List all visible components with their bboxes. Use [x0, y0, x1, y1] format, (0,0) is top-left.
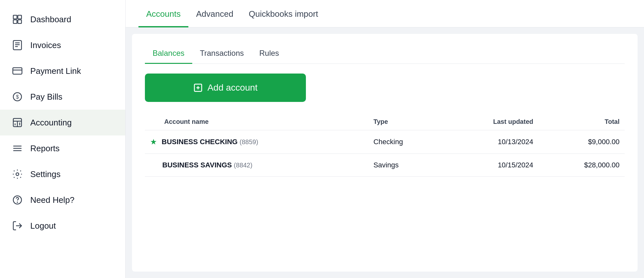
accounts-table: Account name Type Last updated Total ★ B… — [145, 114, 625, 177]
sidebar: Dashboard Invoices Payment Link $ — [0, 0, 126, 278]
account-type-2: Savings — [368, 154, 443, 177]
account-name-cell-1: ★ BUSINESS CHECKING (8859) — [145, 130, 368, 154]
account-total-2: $28,000.00 — [538, 154, 625, 177]
sidebar-item-reports[interactable]: Reports — [0, 135, 125, 161]
sidebar-item-label-pay-bills: Pay Bills — [30, 92, 62, 102]
top-tabs: Accounts Advanced Quickbooks import — [126, 0, 644, 27]
invoices-icon — [12, 39, 23, 51]
account-total-1: $9,000.00 — [538, 130, 625, 154]
settings-icon — [12, 168, 23, 180]
sidebar-item-need-help[interactable]: Need Help? — [0, 187, 125, 213]
sidebar-item-label-logout: Logout — [30, 221, 56, 231]
account-name-2: BUSINESS SAVINGS (8842) — [162, 161, 252, 169]
svg-rect-3 — [18, 20, 21, 23]
sub-tab-balances[interactable]: Balances — [145, 44, 192, 64]
sidebar-item-accounting[interactable]: Accounting — [0, 110, 125, 135]
sidebar-item-label-payment-link: Payment Link — [30, 66, 81, 76]
col-header-total: Total — [538, 114, 625, 130]
dashboard-icon — [12, 14, 23, 25]
help-icon — [12, 194, 23, 206]
svg-text:$: $ — [16, 94, 19, 100]
table-row[interactable]: BUSINESS SAVINGS (8842) Savings 10/15/20… — [145, 154, 625, 177]
tab-advanced[interactable]: Advanced — [188, 0, 241, 27]
svg-point-20 — [16, 173, 19, 176]
star-icon-1[interactable]: ★ — [150, 137, 157, 146]
svg-rect-8 — [13, 68, 22, 74]
svg-point-22 — [17, 202, 17, 202]
svg-rect-1 — [18, 15, 21, 19]
accounting-icon — [12, 117, 23, 128]
tab-quickbooks-import[interactable]: Quickbooks import — [241, 0, 326, 27]
svg-rect-2 — [13, 20, 17, 23]
account-type-1: Checking — [368, 130, 443, 154]
pay-bills-icon: $ — [12, 91, 23, 103]
sidebar-item-pay-bills[interactable]: $ Pay Bills — [0, 84, 125, 110]
svg-rect-4 — [13, 41, 22, 50]
col-header-type: Type — [368, 114, 443, 130]
sidebar-item-payment-link[interactable]: Payment Link — [0, 58, 125, 84]
main-content: Accounts Advanced Quickbooks import Bala… — [126, 0, 644, 278]
svg-rect-0 — [13, 15, 17, 19]
add-account-label: Add account — [207, 83, 258, 93]
account-name-1: BUSINESS CHECKING (8859) — [162, 138, 258, 146]
tab-accounts[interactable]: Accounts — [138, 0, 188, 27]
account-number-1: (8859) — [240, 138, 258, 145]
col-header-account-name: Account name — [145, 114, 368, 130]
account-name-cell-2: BUSINESS SAVINGS (8842) — [145, 154, 368, 177]
sidebar-item-settings[interactable]: Settings — [0, 161, 125, 187]
sidebar-item-label-invoices: Invoices — [30, 40, 61, 50]
sidebar-item-label-dashboard: Dashboard — [30, 15, 71, 25]
sidebar-item-logout[interactable]: Logout — [0, 213, 125, 239]
add-account-icon — [193, 83, 203, 93]
add-account-button[interactable]: Add account — [145, 74, 306, 102]
col-header-last-updated: Last updated — [443, 114, 538, 130]
sub-tab-transactions[interactable]: Transactions — [192, 44, 252, 64]
sidebar-item-dashboard[interactable]: Dashboard — [0, 6, 125, 32]
sub-tabs: Balances Transactions Rules — [145, 44, 625, 64]
table-row[interactable]: ★ BUSINESS CHECKING (8859) Checking 10/1… — [145, 130, 625, 154]
sidebar-item-invoices[interactable]: Invoices — [0, 32, 125, 58]
content-area: Balances Transactions Rules Add account … — [132, 34, 638, 272]
sub-tab-rules[interactable]: Rules — [251, 44, 287, 64]
sidebar-item-label-settings: Settings — [30, 169, 61, 179]
payment-link-icon — [12, 65, 23, 77]
logout-icon — [12, 220, 23, 232]
account-last-updated-1: 10/13/2024 — [443, 130, 538, 154]
account-last-updated-2: 10/15/2024 — [443, 154, 538, 177]
reports-icon — [12, 143, 23, 154]
sidebar-item-label-accounting: Accounting — [30, 118, 72, 128]
account-number-2: (8842) — [234, 162, 252, 169]
sidebar-item-label-need-help: Need Help? — [30, 195, 74, 205]
sidebar-item-label-reports: Reports — [30, 144, 60, 154]
